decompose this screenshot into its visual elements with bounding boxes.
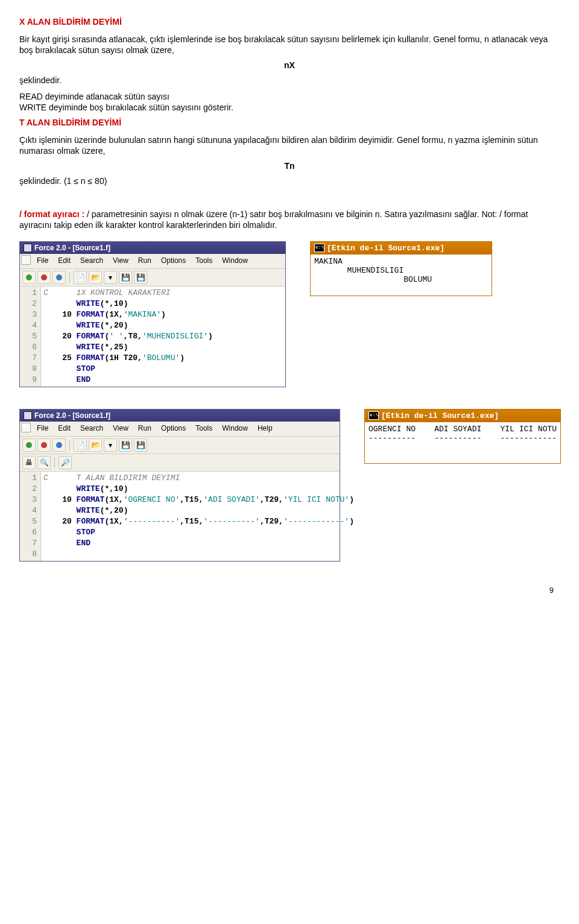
ide2-doc-icon: [21, 423, 31, 432]
ide1-toolbar: 📄 📂 ▾ 💾 💾: [20, 269, 285, 286]
save-all-icon[interactable]: 💾: [134, 271, 147, 284]
ide2-menu-run[interactable]: Run: [133, 423, 156, 434]
read-note: READ deyiminde atlanacak sütün sayısı: [19, 91, 560, 102]
save-all-icon[interactable]: 💾: [134, 438, 147, 452]
console2-titlebar: c:\ [Etkin de-il Source1.exe]: [365, 410, 560, 422]
ide1-menu-file[interactable]: File: [32, 255, 53, 266]
pause-button-icon[interactable]: [52, 271, 66, 284]
ide-window-2: Force 2.0 - [Source1.f] File Edit Search…: [19, 409, 340, 562]
ide1-gutter: 123456789: [20, 286, 41, 387]
ide2-menu-window[interactable]: Window: [217, 423, 253, 434]
ide2-menu-help[interactable]: Help: [253, 423, 277, 434]
ide2-toolbar-2: 🖶 🔍 🔎: [20, 454, 340, 472]
write-note: WRITE deyiminde boş bırakılacak sütün sa…: [19, 102, 560, 113]
console1-title: [Etkin de-il Source1.exe]: [327, 244, 445, 253]
screenshot-row-1: Force 2.0 - [Source1.f] File Edit Search…: [19, 241, 560, 387]
save-icon[interactable]: 💾: [119, 271, 132, 284]
ide1-menubar: File Edit Search View Run Options Tools …: [20, 254, 285, 269]
ide2-code-area: 12345678 C T ALAN BILDIRIM DEYIMI WRITE(…: [20, 472, 340, 561]
toolbar-separator: [69, 440, 70, 451]
ide1-menu-window[interactable]: Window: [217, 255, 253, 266]
ide2-gutter: 12345678: [20, 472, 41, 561]
new-file-icon[interactable]: 📄: [74, 271, 87, 284]
console2-body: OGRENCI NO ADI SOYADI YIL ICI NOTU -----…: [365, 422, 560, 463]
new-file-icon[interactable]: 📄: [74, 438, 87, 452]
ide1-code[interactable]: C 1X KONTROL KARAKTERI WRITE(*,10) 10 FO…: [41, 286, 215, 387]
ide2-titlebar: Force 2.0 - [Source1.f]: [20, 410, 340, 422]
heading-x-alan: X ALAN BİLDİRİM DEYİMİ: [19, 17, 560, 27]
run-button-icon[interactable]: [22, 271, 36, 284]
chevron-down-icon[interactable]: ▾: [104, 438, 117, 452]
format-lead: / format ayıracı :: [19, 209, 87, 219]
heading-t-alan: T ALAN BİLDİRİM DEYİMİ: [19, 118, 560, 127]
ide1-titlebar: Force 2.0 - [Source1.f]: [20, 242, 285, 254]
ide2-menu-options[interactable]: Options: [156, 423, 191, 434]
toolbar-separator: [54, 457, 55, 468]
ide1-doc-icon: [21, 255, 31, 265]
ide2-menu-tools[interactable]: Tools: [191, 423, 217, 434]
nx-notation: nX: [19, 60, 560, 70]
ide1-menu-search[interactable]: Search: [75, 255, 108, 266]
ide2-menu-edit[interactable]: Edit: [53, 423, 75, 434]
save-icon[interactable]: 💾: [119, 438, 132, 452]
stop-button-icon[interactable]: [37, 271, 51, 284]
ide1-menu-edit[interactable]: Edit: [53, 255, 75, 266]
ide1-menu-view[interactable]: View: [108, 255, 133, 266]
format-separator-para: / format ayıracı : / parametresinin sayı…: [19, 209, 560, 230]
find-icon[interactable]: 🔍: [37, 456, 51, 469]
app-icon: [24, 244, 32, 252]
paragraph-t-intro: Çıktı işleminin üzerinde bulunulan satır…: [19, 134, 560, 156]
format-body: / parametresinin sayısı n olmak üzere (n…: [19, 209, 528, 230]
console1-titlebar: c:\ [Etkin de-il Source1.exe]: [311, 242, 492, 255]
console2-title: [Etkin de-il Source1.exe]: [381, 411, 499, 420]
paragraph-x-intro: Bir kayıt girişi sırasında atlanacak, çı…: [19, 34, 560, 55]
page-number: 9: [19, 586, 554, 595]
ide2-title: Force 2.0 - [Source1.f]: [34, 411, 110, 420]
seklindedir-1: şeklindedir.: [19, 75, 560, 86]
cmd-icon: c:\: [314, 244, 324, 252]
console1-body: MAKINA MUHENDISLIGI BOLUMU: [311, 255, 492, 296]
app-icon: [24, 411, 32, 420]
ide2-menu-file[interactable]: File: [32, 423, 53, 434]
ide2-menu-search[interactable]: Search: [75, 423, 108, 434]
cmd-icon: c:\: [369, 411, 379, 420]
pause-button-icon[interactable]: [52, 438, 66, 452]
screenshot-row-2: Force 2.0 - [Source1.f] File Edit Search…: [19, 409, 560, 562]
run-button-icon[interactable]: [22, 438, 36, 452]
ide-window-1: Force 2.0 - [Source1.f] File Edit Search…: [19, 241, 286, 387]
seklindedir-2: şeklindedir. (1 ≤ n ≤ 80): [19, 176, 560, 186]
chevron-down-icon[interactable]: ▾: [104, 271, 117, 284]
open-file-icon[interactable]: 📂: [89, 271, 102, 284]
console-window-2: c:\ [Etkin de-il Source1.exe] OGRENCI NO…: [364, 409, 561, 464]
ide2-menubar: File Edit Search View Run Options Tools …: [20, 422, 340, 437]
ide2-code[interactable]: C T ALAN BILDIRIM DEYIMI WRITE(*,10) 10 …: [41, 472, 356, 561]
open-file-icon[interactable]: 📂: [89, 438, 102, 452]
ide1-menu-run[interactable]: Run: [133, 255, 156, 266]
print-icon[interactable]: 🖶: [22, 456, 36, 469]
ide1-code-area: 123456789 C 1X KONTROL KARAKTERI WRITE(*…: [20, 286, 285, 387]
stop-button-icon[interactable]: [37, 438, 51, 452]
tn-notation: Tn: [19, 161, 560, 171]
ide1-menu-tools[interactable]: Tools: [191, 255, 217, 266]
find-next-icon[interactable]: 🔎: [59, 456, 72, 469]
ide1-title: Force 2.0 - [Source1.f]: [34, 244, 110, 252]
ide2-toolbar-1: 📄 📂 ▾ 💾 💾: [20, 437, 340, 454]
console-window-1: c:\ [Etkin de-il Source1.exe] MAKINA MUH…: [310, 241, 492, 296]
ide1-menu-options[interactable]: Options: [156, 255, 191, 266]
toolbar-separator: [69, 272, 70, 283]
ide2-menu-view[interactable]: View: [108, 423, 133, 434]
